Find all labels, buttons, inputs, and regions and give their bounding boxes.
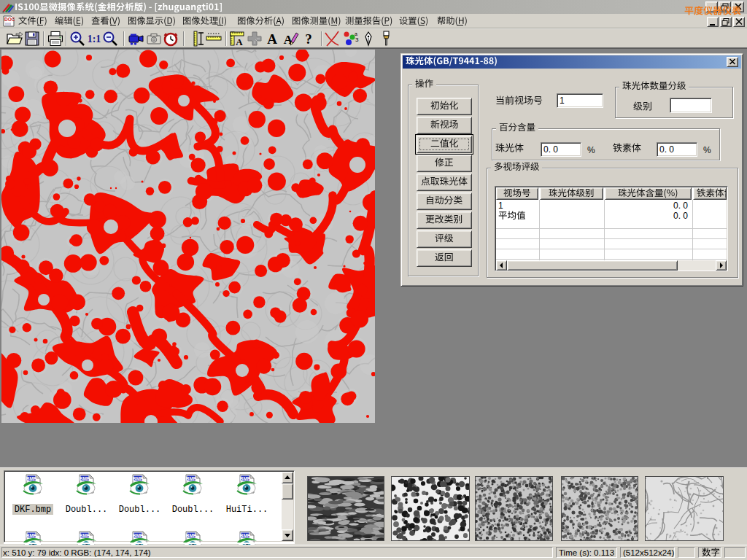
svg-text:BMP: BMP	[80, 476, 90, 481]
svg-text:BMP: BMP	[240, 533, 251, 538]
svg-text:BMP: BMP	[80, 533, 90, 538]
svg-text:A: A	[284, 33, 293, 47]
svg-text:1:1: 1:1	[88, 34, 101, 44]
svg-text:DOC: DOC	[4, 17, 15, 22]
svg-text:BMP: BMP	[186, 476, 197, 481]
svg-text:?: ?	[305, 31, 312, 47]
svg-text:a: a	[355, 31, 357, 36]
svg-text:BMP: BMP	[240, 476, 251, 481]
svg-text:3: 3	[355, 36, 359, 43]
svg-text:BMP: BMP	[26, 476, 37, 481]
svg-text:A: A	[267, 31, 277, 47]
svg-text:BMP: BMP	[133, 476, 144, 481]
svg-text:BMP: BMP	[133, 533, 144, 538]
svg-text:BMP: BMP	[186, 533, 197, 538]
svg-text:A: A	[236, 36, 243, 47]
svg-text:BMP: BMP	[26, 533, 37, 538]
